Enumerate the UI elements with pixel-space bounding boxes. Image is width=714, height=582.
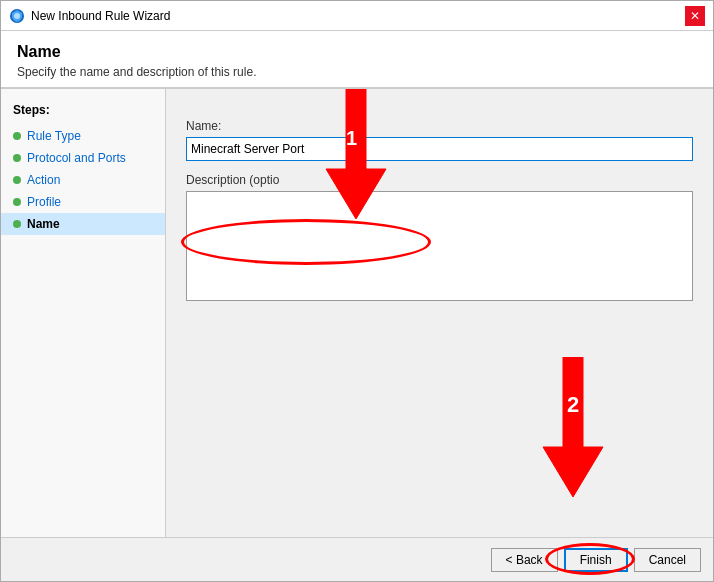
header-title: Name [17,43,697,61]
annotation-arrow-2: 2 [513,357,633,497]
sidebar-item-name[interactable]: Name [1,213,165,235]
sidebar-item-profile[interactable]: Profile [1,191,165,213]
dialog: New Inbound Rule Wizard ✕ Name Specify t… [0,0,714,582]
app-icon [9,8,25,24]
title-bar-left: New Inbound Rule Wizard [9,8,170,24]
step-dot-name [13,220,21,228]
finish-button[interactable]: Finish [564,548,628,572]
main-layout: Steps: Rule Type Protocol and Ports Acti… [1,89,713,537]
step-dot-action [13,176,21,184]
svg-point-1 [14,13,20,19]
step-label-rule-type: Rule Type [27,129,81,143]
footer: < Back Finish Cancel [1,537,713,581]
step-dot-protocol-ports [13,154,21,162]
sidebar-item-protocol-ports[interactable]: Protocol and Ports [1,147,165,169]
header-area: Name Specify the name and description of… [1,31,713,89]
step-label-profile: Profile [27,195,61,209]
step-dot-rule-type [13,132,21,140]
name-form-group: Name: [186,119,693,161]
back-button[interactable]: < Back [491,548,558,572]
sidebar-item-rule-type[interactable]: Rule Type [1,125,165,147]
desc-label: Description (optio [186,173,693,187]
name-input[interactable] [186,137,693,161]
description-textarea[interactable] [186,191,693,301]
title-bar: New Inbound Rule Wizard ✕ [1,1,713,31]
desc-form-group: Description (optio [186,173,693,304]
main-content: Name: Description (optio 2 1 [166,89,713,537]
header-description: Specify the name and description of this… [17,65,697,79]
step-label-name: Name [27,217,60,231]
cancel-button[interactable]: Cancel [634,548,701,572]
step-label-action: Action [27,173,60,187]
steps-label: Steps: [1,99,165,125]
step-label-protocol-ports: Protocol and Ports [27,151,126,165]
dialog-title: New Inbound Rule Wizard [31,9,170,23]
close-button[interactable]: ✕ [685,6,705,26]
svg-text:2: 2 [567,392,579,417]
sidebar: Steps: Rule Type Protocol and Ports Acti… [1,89,166,537]
svg-marker-3 [543,357,603,497]
header-section: Name Specify the name and description of… [1,31,713,88]
sidebar-item-action[interactable]: Action [1,169,165,191]
name-label: Name: [186,119,693,133]
step-dot-profile [13,198,21,206]
